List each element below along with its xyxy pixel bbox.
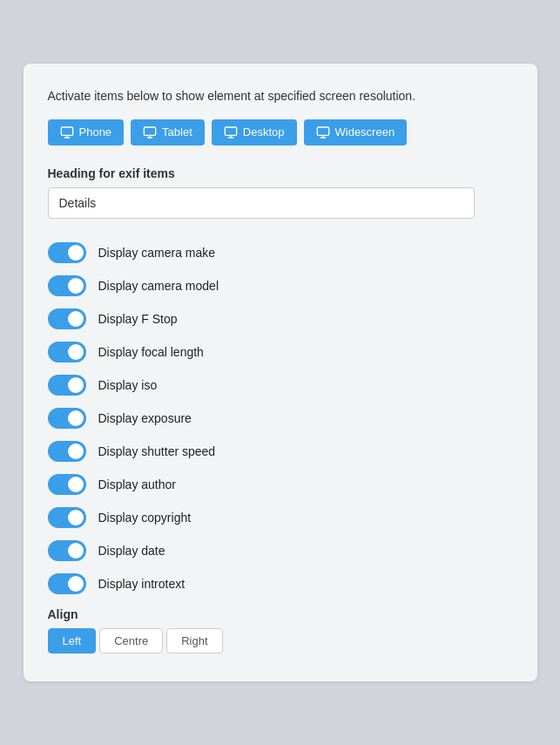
- align-button-right[interactable]: Right: [166, 628, 222, 654]
- toggle-author[interactable]: [48, 474, 86, 495]
- svg-rect-2: [225, 127, 236, 135]
- toggle-exposure[interactable]: [48, 408, 86, 429]
- svg-rect-3: [317, 127, 328, 135]
- align-button-centre[interactable]: Centre: [99, 628, 163, 654]
- toggle-row-date: Display date: [48, 534, 513, 567]
- toggle-label-iso: Display iso: [98, 378, 158, 392]
- toggle-iso[interactable]: [48, 375, 86, 396]
- resolution-button-widescreen[interactable]: Widescreen: [304, 119, 408, 146]
- toggle-date[interactable]: [48, 540, 86, 561]
- resolution-button-group: Phone Tablet Desktop Widescreen: [48, 119, 513, 146]
- toggle-row-copyright: Display copyright: [48, 501, 513, 534]
- toggle-label-shutter-speed: Display shutter speed: [98, 444, 216, 458]
- toggle-label-date: Display date: [98, 544, 165, 558]
- toggle-camera-model[interactable]: [48, 275, 86, 296]
- toggle-label-camera-model: Display camera model: [98, 279, 219, 293]
- toggle-label-exposure: Display exposure: [98, 411, 192, 425]
- align-label: Align: [48, 607, 513, 621]
- svg-rect-0: [61, 127, 72, 135]
- toggle-shutter-speed[interactable]: [48, 441, 86, 462]
- resolution-button-phone[interactable]: Phone: [48, 119, 125, 146]
- svg-rect-1: [144, 127, 155, 135]
- toggle-row-f-stop: Display F Stop: [48, 302, 513, 335]
- toggle-row-author: Display author: [48, 468, 513, 501]
- heading-input[interactable]: [48, 187, 475, 219]
- heading-label: Heading for exif items: [48, 166, 513, 180]
- toggle-f-stop[interactable]: [48, 308, 86, 329]
- resolution-button-desktop[interactable]: Desktop: [212, 119, 297, 146]
- toggle-row-focal-length: Display focal length: [48, 335, 513, 369]
- description-text: Activate items below to show element at …: [48, 88, 513, 105]
- toggle-label-focal-length: Display focal length: [98, 345, 204, 359]
- align-button-left[interactable]: Left: [48, 628, 97, 654]
- resolution-button-tablet[interactable]: Tablet: [131, 119, 205, 146]
- toggle-copyright[interactable]: [48, 507, 86, 528]
- toggle-label-f-stop: Display F Stop: [98, 312, 178, 326]
- align-button-group: LeftCentreRight: [48, 628, 513, 654]
- align-section: Align LeftCentreRight: [48, 607, 513, 654]
- toggle-row-introtext: Display introtext: [48, 567, 513, 600]
- toggle-label-camera-make: Display camera make: [98, 246, 216, 260]
- toggle-label-author: Display author: [98, 477, 177, 491]
- toggle-camera-make[interactable]: [48, 242, 86, 263]
- toggle-label-copyright: Display copyright: [98, 511, 192, 525]
- toggle-row-shutter-speed: Display shutter speed: [48, 435, 513, 468]
- toggle-row-iso: Display iso: [48, 369, 513, 402]
- toggle-row-camera-model: Display camera model: [48, 269, 513, 302]
- toggle-row-exposure: Display exposure: [48, 402, 513, 435]
- toggle-label-introtext: Display introtext: [98, 577, 186, 591]
- toggle-list: Display camera make Display camera model…: [48, 236, 513, 600]
- toggle-focal-length[interactable]: [48, 342, 86, 362]
- toggle-introtext[interactable]: [48, 573, 86, 594]
- toggle-row-camera-make: Display camera make: [48, 236, 513, 269]
- settings-card: Activate items below to show element at …: [24, 64, 537, 681]
